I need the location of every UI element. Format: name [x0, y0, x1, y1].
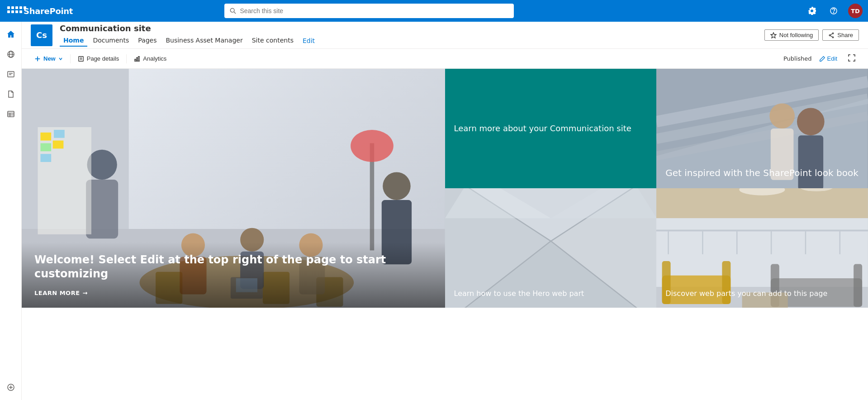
search-box[interactable]	[224, 4, 514, 18]
not-following-button[interactable]: Not following	[764, 29, 819, 41]
svg-rect-29	[137, 57, 138, 61]
svg-line-21	[830, 33, 832, 35]
svg-marker-17	[771, 32, 776, 38]
nav-site-contents[interactable]: Site contents	[248, 35, 297, 47]
share-button[interactable]: Share	[822, 29, 859, 41]
settings-button[interactable]	[805, 4, 819, 18]
hero-tile-2-title: Get inspired with the SharePoint look bo…	[665, 167, 859, 179]
nav-business-asset-manager[interactable]: Business Asset Manager	[162, 35, 246, 47]
hero-section: Welcome! Select Edit at the top right of…	[22, 69, 868, 308]
svg-rect-25	[78, 56, 83, 61]
svg-rect-52	[40, 143, 51, 152]
hero-main-title: Welcome! Select Edit at the top right of…	[34, 253, 432, 281]
waffle-menu[interactable]	[5, 5, 18, 17]
svg-rect-3	[8, 71, 14, 77]
site-title: Communication site	[60, 24, 318, 33]
new-label: New	[43, 55, 56, 62]
left-sidebar	[0, 22, 22, 308]
published-status: Published	[783, 55, 812, 62]
sidebar-page-icon[interactable]	[2, 85, 20, 103]
expand-icon	[848, 54, 855, 62]
star-icon	[770, 32, 777, 38]
edit-icon	[819, 56, 825, 62]
edit-page-button[interactable]: Edit	[816, 53, 841, 64]
search-icon	[230, 8, 236, 14]
site-icon: Cs	[31, 24, 52, 46]
svg-point-13	[231, 8, 235, 12]
hero-tile-3-overlay: Learn how to use the Hero web part	[445, 188, 657, 308]
hero-tile-4-title: Discover web parts you can add to this p…	[665, 289, 859, 299]
svg-point-16	[833, 13, 834, 13]
sharepoint-logo[interactable]: SharePoint	[24, 6, 73, 16]
hero-tile-1-overlay: Learn more about your Communication site	[445, 69, 657, 188]
page-toolbar: New Page details Analytics Published Edi…	[22, 49, 868, 69]
hero-tile-2-overlay: Get inspired with the SharePoint look bo…	[656, 69, 868, 188]
new-chevron-icon	[58, 57, 63, 61]
share-label: Share	[837, 32, 853, 38]
hero-tile-3-title: Learn how to use the Hero web part	[454, 289, 648, 299]
hero-tile-1[interactable]: Learn more about your Communication site	[445, 69, 657, 188]
sidebar-home-icon[interactable]	[2, 25, 20, 43]
fullscreen-button[interactable]	[844, 52, 859, 65]
share-icon	[828, 32, 835, 38]
sidebar-news-icon[interactable]	[2, 65, 20, 83]
page-details-label: Page details	[87, 55, 119, 62]
page-details-icon	[78, 56, 84, 62]
site-title-nav: Communication site Home Documents Pages …	[60, 24, 318, 47]
site-header: Cs Communication site Home Documents Pag…	[22, 22, 868, 49]
svg-point-19	[829, 34, 830, 36]
top-nav-right: TD	[805, 4, 863, 18]
hero-tile-2[interactable]: Get inspired with the SharePoint look bo…	[656, 69, 868, 188]
plus-icon	[34, 56, 41, 62]
svg-line-22	[830, 35, 832, 37]
svg-rect-28	[135, 59, 136, 61]
analytics-button[interactable]: Analytics	[130, 52, 170, 65]
svg-rect-50	[40, 133, 51, 141]
main-content: Cs Communication site Home Documents Pag…	[22, 22, 868, 308]
svg-rect-53	[53, 141, 64, 149]
hero-tile-4[interactable]: Discover web parts you can add to this p…	[656, 188, 868, 308]
site-header-actions: Not following Share	[764, 29, 859, 41]
toolbar-right: Published Edit	[783, 52, 859, 65]
svg-point-39	[87, 150, 117, 180]
new-button[interactable]: New	[31, 52, 66, 65]
svg-rect-51	[54, 130, 65, 138]
nav-documents[interactable]: Documents	[89, 35, 133, 47]
svg-rect-6	[8, 111, 14, 117]
hero-tile-3[interactable]: Learn how to use the Hero web part	[445, 188, 657, 308]
nav-edit-link[interactable]: Edit	[299, 35, 318, 46]
not-following-label: Not following	[779, 32, 813, 38]
toolbar-separator-1	[70, 54, 71, 63]
nav-home[interactable]: Home	[60, 35, 87, 47]
sidebar-list-icon[interactable]	[2, 105, 20, 123]
top-navigation: SharePoint TD	[0, 0, 868, 22]
svg-point-56	[351, 130, 394, 162]
hero-main-overlay: Welcome! Select Edit at the top right of…	[22, 242, 445, 308]
hero-main-tile[interactable]: Welcome! Select Edit at the top right of…	[22, 69, 445, 308]
hero-tile-4-overlay: Discover web parts you can add to this p…	[656, 188, 868, 308]
svg-point-47	[383, 172, 411, 200]
svg-rect-30	[138, 56, 140, 61]
nav-pages[interactable]: Pages	[134, 35, 160, 47]
sidebar-globe-icon[interactable]	[2, 45, 20, 63]
edit-label: Edit	[827, 55, 837, 62]
svg-point-20	[832, 37, 834, 38]
toolbar-separator-2	[126, 54, 127, 63]
svg-line-14	[234, 12, 236, 14]
search-input[interactable]	[240, 7, 508, 14]
user-avatar[interactable]: TD	[848, 4, 863, 18]
analytics-icon	[134, 56, 140, 62]
analytics-label: Analytics	[143, 55, 166, 62]
svg-point-18	[832, 33, 834, 34]
help-button[interactable]	[826, 4, 841, 18]
page-details-button[interactable]: Page details	[74, 52, 123, 65]
hero-tile-1-title: Learn more about your Communication site	[454, 123, 648, 134]
site-navigation: Home Documents Pages Business Asset Mana…	[60, 35, 318, 47]
hero-main-learn-more[interactable]: LEARN MORE →	[34, 290, 88, 296]
svg-rect-54	[40, 154, 51, 162]
